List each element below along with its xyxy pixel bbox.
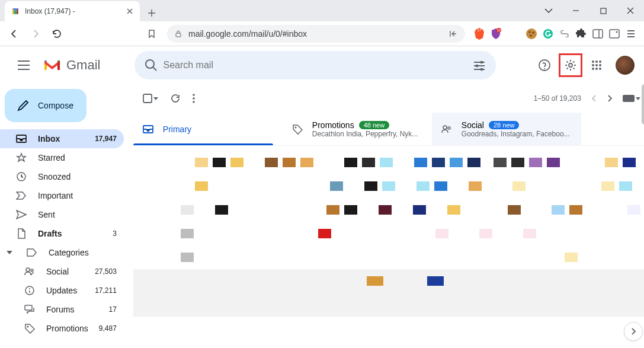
lock-icon [174,30,182,38]
main-menu-button[interactable] [9,51,38,79]
input-tools-button[interactable] [623,95,640,102]
tab-social[interactable]: Social28 new Goodreads, Instagram, Faceb… [432,113,581,145]
cookie-icon[interactable] [526,28,537,40]
settings-button[interactable] [559,53,582,77]
side-panel-toggle[interactable] [624,322,643,341]
mail-row[interactable] [133,269,644,293]
brave-icon[interactable]: 17 [473,28,485,40]
back-button[interactable] [5,24,24,43]
inbox-tab-icon [143,125,153,133]
reload-button[interactable] [47,24,66,43]
url-text: mail.google.com/mail/u/0/#inbox [188,29,307,39]
mail-row[interactable] [133,198,644,222]
tag-icon [24,323,36,334]
tab-primary[interactable]: Primary [133,113,283,145]
close-tab-icon[interactable] [126,7,134,15]
search-options-icon[interactable] [467,53,491,77]
mail-row[interactable] [133,222,644,245]
tab-search-button[interactable] [535,0,562,21]
shield-icon[interactable]: 10 [490,28,502,40]
svg-point-29 [599,68,601,70]
svg-rect-10 [593,30,603,38]
svg-point-7 [533,31,534,33]
sidebar-item-sent[interactable]: Sent [0,205,124,224]
svg-point-26 [599,64,601,66]
prev-page-button[interactable] [592,95,597,102]
sent-icon [15,209,27,221]
svg-rect-16 [476,65,478,67]
menu-icon[interactable] [625,28,637,40]
sidebar-item-important[interactable]: Important [0,186,124,205]
svg-rect-12 [610,30,619,38]
mail-row[interactable] [133,245,644,269]
next-page-button[interactable] [607,95,612,102]
account-icon[interactable] [608,28,620,40]
mail-row[interactable] [133,293,644,317]
sidebar-category-updates[interactable]: Updates 17,211 [0,281,124,300]
tab-promotions[interactable]: Promotions48 new Decathlon India, Pepper… [283,113,432,145]
extensions-icon[interactable] [575,28,587,40]
sidebar-item-drafts[interactable]: Drafts 3 [0,224,124,243]
categories-icon [26,247,38,258]
sidebar-category-social[interactable]: Social 27,503 [0,262,124,281]
apps-button[interactable] [585,53,608,77]
svg-point-41 [193,101,195,103]
gmail-favicon [11,7,20,16]
svg-point-44 [294,126,296,128]
tab-title: Inbox (17,947) - [25,7,121,15]
sidepanel-icon[interactable] [592,28,604,40]
svg-point-27 [592,68,594,70]
browser-tab[interactable]: Inbox (17,947) - [5,1,140,21]
people-icon [24,266,36,277]
sidebar-item-starred[interactable]: Starred [0,148,124,167]
svg-point-37 [27,326,29,328]
content-area: 1–50 of 19,203 Primary Promotions48 new … [133,84,644,348]
search-bar[interactable] [134,51,496,79]
sidebar-item-inbox[interactable]: Inbox 17,947 [0,129,124,148]
svg-point-45 [443,126,447,129]
minimize-button[interactable] [562,0,589,21]
sidebar-item-snoozed[interactable]: Snoozed [0,167,124,186]
address-bar[interactable]: mail.google.com/mail/u/0/#inbox [167,25,465,43]
svg-point-46 [448,127,450,129]
sidebar-category-forums[interactable]: Forums 17 [0,300,124,319]
new-tab-button[interactable] [143,5,160,21]
link-icon[interactable] [559,28,571,40]
gmail-logo[interactable]: Gmail [43,58,100,73]
svg-rect-1 [176,33,181,37]
bookmark-button[interactable] [142,24,161,43]
refresh-button[interactable] [170,93,181,104]
support-button[interactable] [533,53,556,77]
sidebar-category-promotions[interactable]: Promotions 9,487 [0,319,124,338]
share-icon[interactable] [448,29,458,39]
svg-point-14 [146,60,154,68]
important-icon [15,190,27,202]
more-button[interactable] [193,94,195,103]
people-tab-icon [441,125,452,133]
promotions-badge: 48 new [359,121,389,129]
search-input[interactable] [163,60,467,71]
svg-point-28 [595,68,598,70]
grammarly-icon[interactable] [542,28,554,40]
svg-point-13 [616,31,618,33]
svg-point-9 [543,29,553,39]
svg-point-20 [569,63,572,67]
svg-point-33 [31,269,33,272]
compose-button[interactable]: Compose [5,89,86,122]
tag-tab-icon [292,124,303,135]
sidebar-item-categories[interactable]: Categories [0,243,124,262]
maximize-button[interactable] [589,0,617,21]
forward-button[interactable] [26,24,45,43]
svg-point-5 [526,28,537,39]
search-icon[interactable] [139,53,163,77]
mail-row[interactable] [133,151,644,174]
scrollbar-thumb[interactable] [642,84,644,124]
svg-rect-42 [623,95,635,102]
svg-point-23 [599,60,601,63]
close-window-button[interactable] [617,0,644,21]
svg-point-24 [592,64,594,66]
account-avatar[interactable] [616,56,635,75]
mail-row[interactable] [133,174,644,198]
select-all-checkbox[interactable] [143,94,158,103]
mail-row[interactable] [133,317,644,324]
